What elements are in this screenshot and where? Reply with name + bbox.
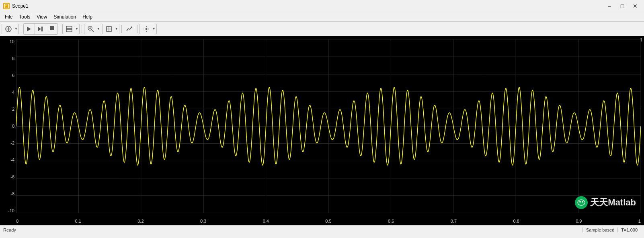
zoom-btn[interactable] xyxy=(85,24,96,34)
scope-params-btn[interactable] xyxy=(3,24,14,34)
cursor-chevron: ▼ xyxy=(152,27,156,31)
x-label-02: 0.2 xyxy=(137,219,144,224)
status-ready: Ready xyxy=(3,228,16,232)
title-bar-controls: – □ ✕ xyxy=(604,2,641,10)
app-icon xyxy=(3,3,10,9)
layout-btn[interactable] xyxy=(64,24,75,34)
x-label-04: 0.4 xyxy=(263,219,269,224)
cursor-btn[interactable] xyxy=(141,24,152,34)
menu-tools[interactable]: Tools xyxy=(16,13,33,21)
toolbar: ▼ ▼ xyxy=(0,22,644,36)
layout-dropdown[interactable]: ▼ xyxy=(62,24,80,34)
y-label-10: 10 xyxy=(10,39,14,44)
zoom-extent-dropdown[interactable]: ▼ xyxy=(102,24,119,34)
sep5 xyxy=(137,25,137,33)
menu-file[interactable]: File xyxy=(2,13,16,21)
menu-help[interactable]: Help xyxy=(79,13,96,21)
svg-point-20 xyxy=(579,201,581,203)
watermark: 天天Matlab xyxy=(575,196,636,209)
y-label-neg8: -8 xyxy=(10,192,14,196)
x-label-07: 0.7 xyxy=(451,219,457,224)
x-label-03: 0.3 xyxy=(200,219,206,224)
minimize-button[interactable]: – xyxy=(604,2,615,10)
menu-simulation[interactable]: Simulation xyxy=(50,13,79,21)
sep3 xyxy=(82,25,82,33)
svg-point-19 xyxy=(146,28,147,30)
sep1 xyxy=(21,25,21,33)
play-button[interactable] xyxy=(24,24,35,34)
title-bar: Scope1 – □ ✕ xyxy=(0,0,644,12)
svg-point-22 xyxy=(578,200,585,205)
maximize-button[interactable]: □ xyxy=(617,2,628,10)
y-label-0: 0 xyxy=(12,124,14,128)
x-label-08: 0.8 xyxy=(513,219,519,224)
watermark-text: 天天Matlab xyxy=(590,197,636,209)
x-label-0: 0 xyxy=(16,219,18,224)
menu-view[interactable]: View xyxy=(33,13,50,21)
wechat-icon xyxy=(575,196,588,209)
status-sample-based: Sample based xyxy=(582,228,617,232)
svg-rect-7 xyxy=(50,26,54,30)
x-label-1: 1 xyxy=(638,219,641,224)
zoom-extent-btn[interactable] xyxy=(103,24,115,34)
y-label-8: 8 xyxy=(12,56,14,61)
svg-point-21 xyxy=(582,201,583,203)
step-button[interactable] xyxy=(35,24,46,34)
y-label-neg6: -6 xyxy=(10,175,14,179)
zoom-extent-chevron: ▼ xyxy=(115,27,118,31)
close-button[interactable]: ✕ xyxy=(630,2,641,10)
scope-params-chevron: ▼ xyxy=(14,27,18,31)
y-axis: 10 8 6 4 2 0 -2 -4 -6 -8 -10 xyxy=(0,39,16,213)
x-label-01: 0.1 xyxy=(75,219,81,224)
scope-params-dropdown[interactable]: ▼ xyxy=(2,24,19,34)
x-label-09: 0.9 xyxy=(576,219,582,224)
svg-rect-6 xyxy=(41,27,43,31)
x-axis: 0 0.1 0.2 0.3 0.4 0.5 0.6 0.7 0.8 0.9 1 xyxy=(16,219,641,224)
y-label-neg10: -10 xyxy=(8,209,14,213)
stop-button[interactable] xyxy=(46,24,57,34)
svg-marker-5 xyxy=(38,27,41,31)
window-title: Scope1 xyxy=(12,3,29,9)
svg-rect-8 xyxy=(66,26,72,29)
title-bar-left: Scope1 xyxy=(3,3,29,9)
y-label-4: 4 xyxy=(12,90,14,95)
zoom-dropdown[interactable]: ▼ xyxy=(84,24,101,34)
y-label-2: 2 xyxy=(12,107,14,112)
svg-rect-9 xyxy=(66,29,72,32)
status-bar: Ready Sample based T=1.000 xyxy=(0,225,644,234)
status-time: T=1.000 xyxy=(617,228,641,232)
x-label-06: 0.6 xyxy=(388,219,394,224)
layout-chevron: ▼ xyxy=(75,27,78,31)
cursor-dropdown[interactable]: ▼ xyxy=(139,24,157,34)
sep2 xyxy=(60,25,60,33)
svg-line-11 xyxy=(92,30,94,32)
play-controls xyxy=(23,23,58,35)
y-label-6: 6 xyxy=(12,73,14,78)
scope-display: ⬆ 10 8 6 4 2 0 -2 -4 -6 -8 -10 0 0.1 0.2… xyxy=(0,36,644,225)
sep4 xyxy=(121,25,122,33)
zoom-chevron: ▼ xyxy=(97,27,100,31)
y-label-neg2: -2 xyxy=(10,141,14,145)
svg-marker-4 xyxy=(27,27,31,31)
status-right: Sample based T=1.000 xyxy=(582,228,641,232)
autoscale-btn[interactable] xyxy=(124,24,135,34)
y-label-neg4: -4 xyxy=(10,158,14,162)
menu-bar: File Tools View Simulation Help xyxy=(0,12,644,22)
x-label-05: 0.5 xyxy=(325,219,331,224)
waveform-canvas xyxy=(16,39,641,213)
